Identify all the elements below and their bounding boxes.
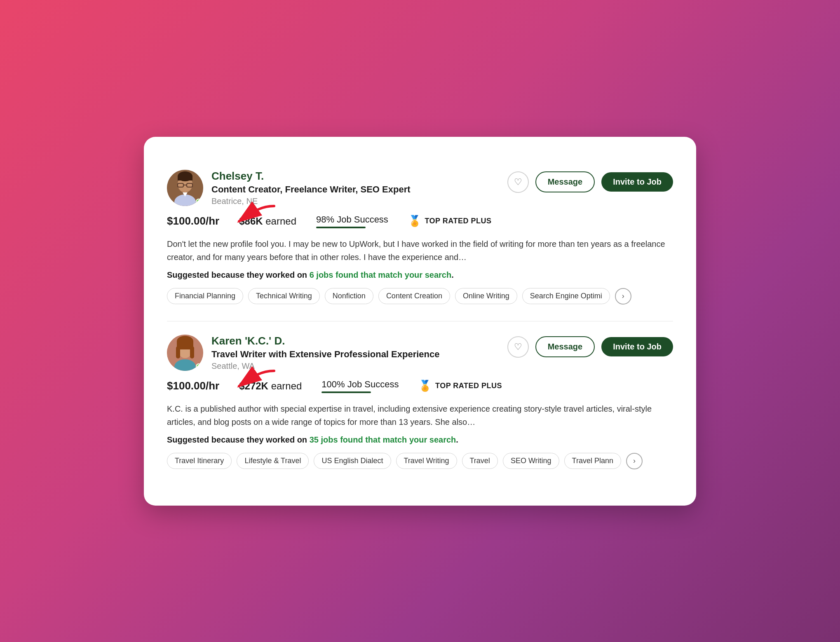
suggested-2: Suggested because they worked on 35 jobs…	[167, 435, 673, 445]
online-indicator-1	[196, 199, 202, 204]
skills-more-button-1[interactable]: ›	[615, 288, 631, 305]
freelancer-location-2: Seattle, WA	[211, 361, 499, 371]
rate-1: $100.00/hr	[167, 215, 219, 227]
avatar-1	[167, 170, 203, 206]
skill-tag-1-1[interactable]: Technical Writing	[248, 288, 320, 304]
invite-button-1[interactable]: Invite to Job	[601, 172, 673, 192]
job-success-2: 100% Job Success	[321, 379, 399, 393]
job-success-bar-1	[316, 227, 366, 228]
rate-2: $100.00/hr	[167, 380, 219, 392]
badge-icon-2: 🏅	[418, 380, 432, 392]
freelancer-name-2: Karen 'K.C.' D.	[211, 335, 499, 347]
job-success-1: 98% Job Success	[316, 214, 388, 228]
skill-tag-1-2[interactable]: Nonfiction	[325, 288, 373, 304]
skill-tag-1-5[interactable]: Search Engine Optimi	[522, 288, 610, 304]
badge-icon-1: 🏅	[408, 215, 422, 227]
skill-tag-1-3[interactable]: Content Creation	[378, 288, 450, 304]
job-success-bar-2	[321, 391, 371, 393]
bio-1: Don't let the new profile fool you. I ma…	[167, 237, 673, 264]
favorite-button-2[interactable]: ♡	[507, 336, 529, 358]
stats-row-2: $100.00/hr $272K earned 100% Job Success	[167, 379, 673, 393]
info-block-2: Karen 'K.C.' D. Travel Writer with Exten…	[211, 335, 499, 371]
skill-tag-2-6[interactable]: Travel Plann	[564, 453, 621, 469]
suggested-link-2[interactable]: 35 jobs found that match your search	[310, 435, 456, 444]
skills-row-1: Financial Planning Technical Writing Non…	[167, 288, 673, 305]
invite-button-2[interactable]: Invite to Job	[601, 337, 673, 356]
skill-tag-1-0[interactable]: Financial Planning	[167, 288, 243, 304]
top-row-1: Chelsey T. Content Creator, Freelance Wr…	[167, 170, 673, 206]
favorite-button-1[interactable]: ♡	[507, 171, 529, 193]
skill-tag-2-2[interactable]: US English Dialect	[314, 453, 391, 469]
svg-rect-15	[190, 346, 194, 358]
svg-rect-14	[176, 346, 180, 358]
skill-tag-2-1[interactable]: Lifestyle & Travel	[237, 453, 309, 469]
message-button-1[interactable]: Message	[535, 171, 595, 192]
earned-1: $86K earned	[239, 216, 296, 227]
freelancer-title-2: Travel Writer with Extensive Professiona…	[211, 349, 499, 360]
skill-tag-2-4[interactable]: Travel	[462, 453, 498, 469]
skill-tag-2-3[interactable]: Travel Writing	[396, 453, 457, 469]
freelancer-name-1: Chelsey T.	[211, 170, 499, 183]
freelancer-section-2: Karen 'K.C.' D. Travel Writer with Exten…	[167, 321, 673, 486]
message-button-2[interactable]: Message	[535, 336, 595, 357]
skill-tag-2-5[interactable]: SEO Writing	[503, 453, 559, 469]
action-buttons-1: ♡ Message Invite to Job	[507, 171, 673, 193]
freelancer-section-1: Chelsey T. Content Creator, Freelance Wr…	[167, 157, 673, 321]
svg-rect-6	[178, 176, 192, 180]
skills-more-button-2[interactable]: ›	[626, 453, 643, 469]
suggested-link-1[interactable]: 6 jobs found that match your search	[310, 270, 452, 279]
top-row-2: Karen 'K.C.' D. Travel Writer with Exten…	[167, 335, 673, 371]
top-rated-badge-2: 🏅 TOP RATED PLUS	[418, 380, 502, 392]
top-rated-badge-1: 🏅 TOP RATED PLUS	[408, 215, 492, 227]
skill-tag-2-0[interactable]: Travel Itinerary	[167, 453, 232, 469]
bio-2: K.C. is a published author with special …	[167, 402, 673, 429]
stats-row-1: $100.00/hr $86K earned 98% Job Success	[167, 214, 673, 228]
skills-row-2: Travel Itinerary Lifestyle & Travel US E…	[167, 453, 673, 469]
skill-tag-1-4[interactable]: Online Writing	[455, 288, 517, 304]
main-card: Chelsey T. Content Creator, Freelance Wr…	[144, 137, 696, 506]
online-indicator-2	[196, 363, 202, 369]
earned-2: $272K earned	[239, 380, 302, 392]
suggested-1: Suggested because they worked on 6 jobs …	[167, 270, 673, 280]
freelancer-title-1: Content Creator, Freelance Writer, SEO E…	[211, 184, 499, 195]
info-block-1: Chelsey T. Content Creator, Freelance Wr…	[211, 170, 499, 206]
avatar-2	[167, 335, 203, 371]
action-buttons-2: ♡ Message Invite to Job	[507, 336, 673, 358]
freelancer-location-1: Beatrice, NE	[211, 197, 499, 206]
